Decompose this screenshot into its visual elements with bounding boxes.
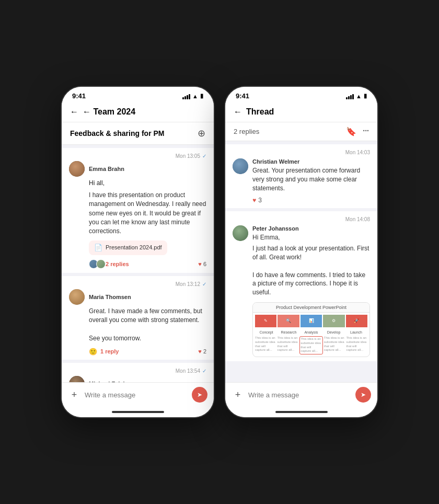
- avatar-peter: [233, 225, 248, 241]
- back-arrow-1[interactable]: ←: [70, 107, 78, 117]
- ppt-text-4: This idea is an substitute idea that wil…: [324, 336, 345, 354]
- thread-msg-content-1: Christian Welmer Great. Your presentatio…: [252, 158, 370, 192]
- greeting-1: Hi all,: [89, 179, 206, 188]
- avatar-emma: [69, 161, 85, 177]
- timestamp-row-1: Mon 13:05 ✓: [69, 153, 206, 159]
- nav-title-2: Thread: [246, 107, 274, 117]
- replies-btn-2[interactable]: 🙂 1 reply: [89, 348, 119, 356]
- ppt-text-3: This idea is an substitute idea that wil…: [299, 336, 323, 354]
- nav-bar-1[interactable]: ← ← Team 2024: [62, 103, 214, 122]
- body-text-2: Great. I have made a few comments, but o…: [89, 307, 206, 343]
- thread-msg-body-1: Christian Welmer Great. Your presentatio…: [233, 158, 370, 192]
- wifi-icon: ▲: [192, 93, 198, 99]
- send-button-2[interactable]: [355, 387, 371, 403]
- timestamp-2: Mon 13:12: [176, 281, 200, 287]
- message-footer-1: 2 replies ♥ 6: [89, 259, 206, 269]
- thread-timestamp-2: Mon 14:08: [233, 216, 370, 222]
- ppt-arrow-5: 🚀: [346, 315, 367, 327]
- timestamp-1: Mon 13:05: [176, 153, 200, 159]
- send-button-1[interactable]: [192, 387, 207, 403]
- thread-header: 2 replies 🔖 ···: [225, 122, 377, 141]
- heart-count-2: ♥ 2: [198, 348, 206, 354]
- avatar-michael: [69, 376, 85, 383]
- timestamp-3: Mon 13:54: [176, 368, 200, 374]
- ppt-label-1: Concept: [255, 330, 278, 334]
- status-bar-2: 9:41 ▲ ▮: [225, 87, 377, 103]
- phone-1: 9:41 ▲ ▮ ← ← Team 2024 Feedback & sharin…: [61, 86, 215, 418]
- ppt-arrow-1: ✎: [255, 315, 276, 327]
- ppt-preview: Product Development PowerPoint ✎ 🔍 📊 ⚙ 🚀…: [252, 302, 370, 357]
- read-check-1: ✓: [202, 153, 206, 159]
- ppt-label-5: Launch: [345, 330, 367, 334]
- channel-name: Feedback & sharing for PM: [70, 129, 164, 138]
- ppt-title: Product Development PowerPoint: [253, 303, 369, 313]
- message-input-1[interactable]: [85, 391, 188, 399]
- heart-icon-1: ♥: [198, 261, 202, 267]
- timestamp-row-2: Mon 13:12 ✓: [69, 281, 206, 287]
- battery-icon-2: ▮: [364, 93, 367, 99]
- home-indicator-2: [225, 407, 377, 417]
- message-meta-1: Emma Brahn: [69, 161, 206, 177]
- ppt-arrow-2: 🔍: [278, 315, 299, 327]
- message-content-2: Great. I have made a few comments, but o…: [89, 307, 206, 343]
- ppt-label-4: Develop: [322, 330, 345, 334]
- attachment-name-1: Presentation 2024.pdf: [106, 244, 162, 251]
- input-bar-2: +: [225, 382, 377, 407]
- thread-sender-2: Peter Johansson: [252, 225, 370, 232]
- ppt-label-2: Research: [278, 330, 300, 334]
- message-meta-2: Maria Thomsen: [69, 289, 206, 305]
- bookmark-icon[interactable]: 🔖: [346, 127, 356, 136]
- plus-button-2[interactable]: +: [232, 388, 244, 401]
- timestamp-row-3: Mon 13:54 ✓: [69, 368, 206, 374]
- status-icons-1: ▲ ▮: [182, 93, 203, 99]
- thread-heart-icon-1: ♥: [252, 197, 256, 204]
- avatar-christian: [233, 158, 248, 174]
- avatar-maria: [69, 289, 85, 305]
- file-icon: 📄: [94, 243, 102, 253]
- ppt-texts: This idea is an substitute idea that wil…: [253, 335, 369, 357]
- read-check-2: ✓: [202, 281, 206, 287]
- home-bar-2: [275, 411, 328, 413]
- replies-count-1: 2 replies: [106, 261, 129, 267]
- more-icon[interactable]: ···: [363, 127, 369, 136]
- messages-area-1: Mon 13:05 ✓ Emma Brahn Hi all, I have th…: [62, 145, 214, 382]
- message-block-2: Mon 13:12 ✓ Maria Thomsen Great. I have …: [62, 276, 214, 360]
- nav-bar-2[interactable]: ← Thread: [225, 103, 377, 122]
- signal-icon-2: [346, 93, 354, 99]
- heart-count-1: ♥ 6: [198, 261, 206, 267]
- channel-header: Feedback & sharing for PM ⊕: [62, 122, 214, 145]
- time-2: 9:41: [236, 92, 249, 100]
- time-1: 9:41: [72, 92, 86, 100]
- heart-num-1: 6: [203, 261, 206, 267]
- message-block-3: Mon 13:54 ✓ Michael Falck Great. I have …: [62, 363, 214, 383]
- phones-container: 9:41 ▲ ▮ ← ← Team 2024 Feedback & sharin…: [61, 86, 378, 418]
- thread-message-2: Mon 14:08 Peter Johansson Hi Emma, I jus…: [225, 211, 377, 361]
- thread-heart-count-1: 3: [258, 197, 262, 204]
- thread-greeting-2: Hi Emma,: [252, 233, 370, 242]
- home-bar-1: [112, 411, 164, 413]
- thread-text-1: Great. Your presentation come forward ve…: [252, 166, 370, 192]
- ppt-text-1: This idea is an substitute idea that wil…: [255, 336, 276, 354]
- attachment-1[interactable]: 📄 Presentation 2024.pdf: [89, 240, 167, 255]
- phone-2: 9:41 ▲ ▮ ← Thread 2 replies 🔖 ···: [224, 86, 378, 418]
- add-user-icon[interactable]: ⊕: [198, 128, 205, 139]
- plus-button-1[interactable]: +: [68, 388, 80, 401]
- thread-message-1: Mon 14:03 Christian Welmer Great. Your p…: [225, 144, 377, 208]
- sender-name-2: Maria Thomsen: [89, 294, 131, 300]
- home-indicator-1: [62, 407, 214, 417]
- replies-count-2: 1 reply: [100, 348, 119, 354]
- ppt-label-3: Analysis: [300, 330, 322, 334]
- battery-icon: ▮: [200, 93, 203, 99]
- back-arrow-2[interactable]: ←: [234, 107, 242, 117]
- ppt-arrow-3: 📊: [301, 315, 322, 327]
- sender-name-1: Emma Brahn: [89, 166, 124, 172]
- ppt-text-5: This idea is an substitute idea that wil…: [346, 336, 367, 354]
- heart-num-2: 2: [203, 348, 206, 354]
- status-bar-1: 9:41 ▲ ▮: [62, 87, 214, 103]
- replies-btn-1[interactable]: 2 replies: [89, 259, 129, 269]
- thread-msg-content-2: Peter Johansson Hi Emma, I just had a lo…: [252, 225, 370, 357]
- input-bar-1: +: [62, 382, 214, 407]
- message-input-2[interactable]: [248, 391, 351, 399]
- heart-row-1: ♥ 3: [252, 197, 370, 204]
- thread-sender-1: Christian Welmer: [252, 158, 370, 165]
